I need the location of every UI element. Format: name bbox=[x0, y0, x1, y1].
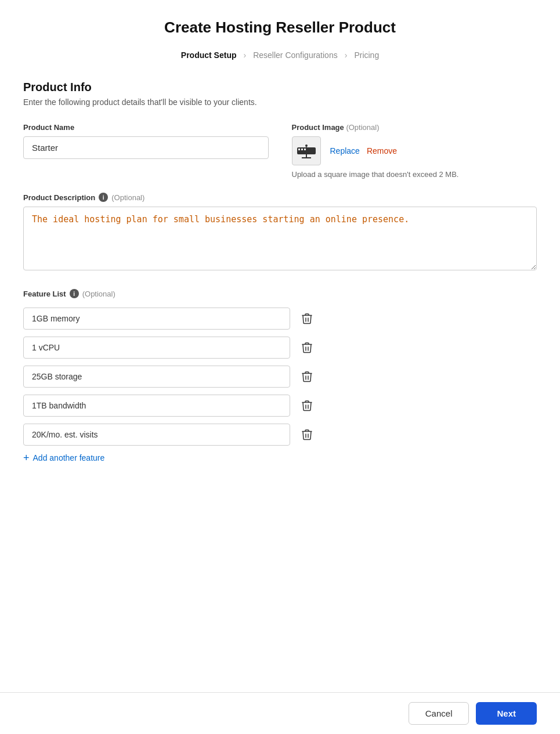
svg-rect-2 bbox=[301, 149, 303, 150]
feature-input-4[interactable] bbox=[23, 424, 290, 446]
footer-actions: Cancel Next bbox=[0, 692, 560, 734]
feature-item-row-3 bbox=[23, 395, 537, 417]
svg-rect-0 bbox=[297, 147, 316, 154]
feature-item-row-4 bbox=[23, 424, 537, 446]
feature-list-optional: (Optional) bbox=[82, 290, 115, 298]
section-title: Product Info bbox=[23, 81, 537, 94]
trash-icon-3 bbox=[302, 400, 312, 411]
svg-rect-3 bbox=[304, 149, 306, 150]
delete-feature-3[interactable] bbox=[297, 397, 317, 414]
step-chevron-2: › bbox=[345, 50, 348, 60]
add-feature-label: Add another feature bbox=[33, 453, 105, 462]
description-optional: (Optional) bbox=[111, 193, 144, 202]
step-reseller-config: Reseller Configurations bbox=[253, 50, 338, 60]
stepper: Product Setup › Reseller Configurations … bbox=[23, 50, 537, 60]
image-hint: Upload a square image that doesn't excee… bbox=[292, 170, 537, 179]
page-title: Create Hosting Reseller Product bbox=[23, 19, 537, 37]
add-feature-button[interactable]: + Add another feature bbox=[23, 453, 104, 463]
feature-item-row-1 bbox=[23, 337, 537, 359]
delete-feature-2[interactable] bbox=[297, 368, 317, 385]
description-label: Product Description bbox=[23, 193, 95, 202]
feature-input-0[interactable] bbox=[23, 308, 290, 330]
replace-image-button[interactable]: Replace bbox=[330, 146, 360, 156]
svg-rect-1 bbox=[298, 149, 300, 150]
remove-image-button[interactable]: Remove bbox=[367, 146, 397, 156]
feature-list-info-icon: i bbox=[70, 289, 79, 298]
feature-item-row-2 bbox=[23, 366, 537, 388]
description-label-row: Product Description i (Optional) bbox=[23, 193, 537, 202]
feature-list-label: Feature List bbox=[23, 290, 66, 298]
image-actions: Replace Remove bbox=[330, 146, 398, 156]
product-image-group: Product Image (Optional) bbox=[292, 123, 537, 179]
feature-list-section: Feature List i (Optional) bbox=[23, 289, 537, 463]
feature-input-1[interactable] bbox=[23, 337, 290, 359]
trash-icon-0 bbox=[302, 313, 312, 324]
next-button[interactable]: Next bbox=[476, 702, 537, 725]
network-icon bbox=[296, 143, 317, 159]
feature-input-2[interactable] bbox=[23, 366, 290, 388]
product-image-row: Replace Remove bbox=[292, 136, 537, 165]
svg-point-6 bbox=[305, 144, 308, 147]
cancel-button[interactable]: Cancel bbox=[409, 702, 469, 725]
delete-feature-0[interactable] bbox=[297, 310, 317, 327]
feature-input-3[interactable] bbox=[23, 395, 290, 417]
product-info-row: Product Name Product Image (Optional) bbox=[23, 123, 537, 179]
feature-item-row-0 bbox=[23, 308, 537, 330]
product-name-group: Product Name bbox=[23, 123, 269, 159]
feature-list-label-row: Feature List i (Optional) bbox=[23, 289, 537, 298]
trash-icon-4 bbox=[302, 429, 312, 440]
plus-icon: + bbox=[23, 453, 30, 463]
step-pricing: Pricing bbox=[354, 50, 379, 60]
delete-feature-1[interactable] bbox=[297, 339, 317, 356]
step-chevron-1: › bbox=[244, 50, 247, 60]
trash-icon-2 bbox=[302, 371, 312, 382]
product-name-label: Product Name bbox=[23, 123, 269, 132]
section-subtitle: Enter the following product details that… bbox=[23, 97, 537, 107]
trash-icon-1 bbox=[302, 342, 312, 353]
delete-feature-4[interactable] bbox=[297, 426, 317, 443]
product-description-group: Product Description i (Optional) The ide… bbox=[23, 193, 537, 273]
description-info-icon: i bbox=[99, 193, 108, 202]
step-product-setup: Product Setup bbox=[181, 50, 237, 60]
product-name-input[interactable] bbox=[23, 136, 269, 159]
product-description-input[interactable]: The ideal hosting plan for small busines… bbox=[23, 207, 537, 270]
image-thumbnail bbox=[292, 136, 321, 165]
product-image-optional: (Optional) bbox=[346, 123, 379, 132]
product-image-label: Product Image (Optional) bbox=[292, 123, 537, 132]
